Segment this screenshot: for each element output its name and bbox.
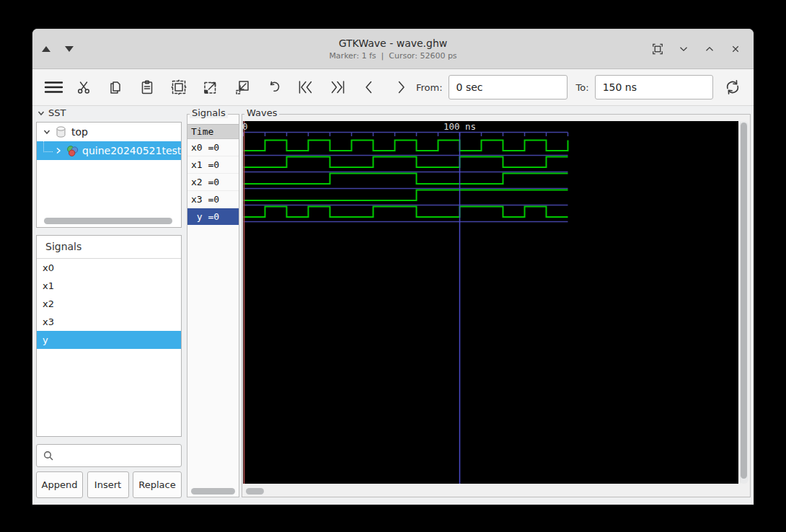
waveform-canvas[interactable]: 0100 ns [243,121,738,484]
wave-x2 [244,174,568,185]
tree-item-top[interactable]: top [37,123,181,141]
timescale-major-label: 100 ns [443,121,476,132]
sst-label: SST [48,107,66,118]
tree-guide-line [43,141,53,152]
copy-icon[interactable] [105,75,126,99]
signal-list-item[interactable]: x3 [37,313,181,331]
wave-signal-name[interactable]: x2 =0 [187,174,239,191]
cut-icon[interactable] [73,75,94,99]
menu-icon[interactable] [41,75,66,99]
wave-signal-name[interactable]: x0 =0 [187,139,239,156]
status-separator: | [381,51,384,61]
minimize-icon[interactable] [676,41,692,57]
append-button[interactable]: Append [36,471,83,498]
module-icon [66,144,79,158]
desktop: { "window": { "title": "GTKWave - wave.g… [0,0,786,532]
time-header[interactable]: Time [187,124,239,139]
signals-list-panel: Signals x0 x1 x2 x3 y [36,235,182,437]
waves-hscrollbar[interactable] [246,488,264,495]
go-first-icon[interactable] [295,75,317,99]
wave-signal-name[interactable]: x3 =0 [187,191,239,208]
expander-down-icon[interactable] [43,128,51,136]
signal-list-item[interactable]: x1 [37,277,181,295]
paste-icon[interactable] [136,75,158,99]
signal-list-item-selected[interactable]: y [37,331,181,349]
zoom-in-icon[interactable] [200,75,221,99]
to-input[interactable] [595,75,713,99]
waves-panel-legend: Waves [244,107,279,118]
scope-icon [55,125,67,138]
tree-hscrollbar[interactable] [44,218,172,224]
titlebar[interactable]: GTKWave - wave.ghw Marker: 1 fs | Cursor… [32,29,754,69]
sst-tree: top quine20240521testbench [36,122,182,228]
waves-vscrollbar-thumb[interactable] [741,123,747,479]
signal-buttons: Append Insert Replace [36,471,182,498]
signal-list-item[interactable]: x2 [37,295,181,313]
tree-item-label: quine20240521testbench [82,145,181,156]
maximize-icon[interactable] [702,41,717,57]
tree-item-testbench[interactable]: quine20240521testbench [37,141,181,160]
marker-status: Marker: 1 fs [329,51,376,61]
sst-header[interactable]: SST [37,107,66,118]
chevron-down-icon [37,109,45,118]
status-line: Marker: 1 fs | Cursor: 52600 ps [329,51,456,61]
insert-button[interactable]: Insert [87,471,129,498]
signal-list-item[interactable]: x0 [37,259,181,277]
names-panel-legend: Signals [190,107,228,118]
signals-list-header: Signals [37,236,181,259]
from-label: From: [416,82,443,93]
undo-icon[interactable] [263,75,285,99]
gtkwave-window: GTKWave - wave.ghw Marker: 1 fs | Cursor… [32,29,754,505]
window-title: GTKWave - wave.ghw [339,37,448,49]
wave-x1 [244,157,568,168]
fullscreen-icon[interactable] [650,41,666,57]
from-input[interactable] [449,75,568,99]
waveform-svg: 0100 ns [243,121,738,484]
waves-panel: 0100 ns [242,114,751,497]
cursor-status: Cursor: 52600 ps [389,51,456,61]
wave-x0 [244,141,568,151]
waves-vscrollbar[interactable] [739,121,749,484]
timescale-origin-label: 0 [243,121,248,132]
to-label: To: [576,82,589,93]
signal-search-field[interactable] [36,444,182,467]
reload-icon[interactable] [722,75,743,99]
search-icon [43,450,54,461]
wave-y [244,207,568,218]
toolbar: From: To: [32,69,754,106]
expander-right-icon[interactable] [54,146,63,155]
wave-signal-name[interactable]: x1 =0 [187,156,239,174]
go-last-icon[interactable] [327,75,348,99]
names-panel: Time x0 =0 x1 =0 x2 =0 x3 =0 y =0 [187,114,239,497]
zoom-fit-icon[interactable] [168,75,190,99]
close-icon[interactable] [728,41,743,57]
wave-signal-name-selected[interactable]: y =0 [187,208,239,225]
go-next-icon[interactable] [390,75,412,99]
replace-button[interactable]: Replace [133,471,182,498]
tree-item-label: top [71,126,88,138]
names-hscrollbar[interactable] [191,488,235,495]
zoom-out-icon[interactable] [231,75,253,99]
go-previous-icon[interactable] [358,75,380,99]
wave-x3 [244,190,568,201]
